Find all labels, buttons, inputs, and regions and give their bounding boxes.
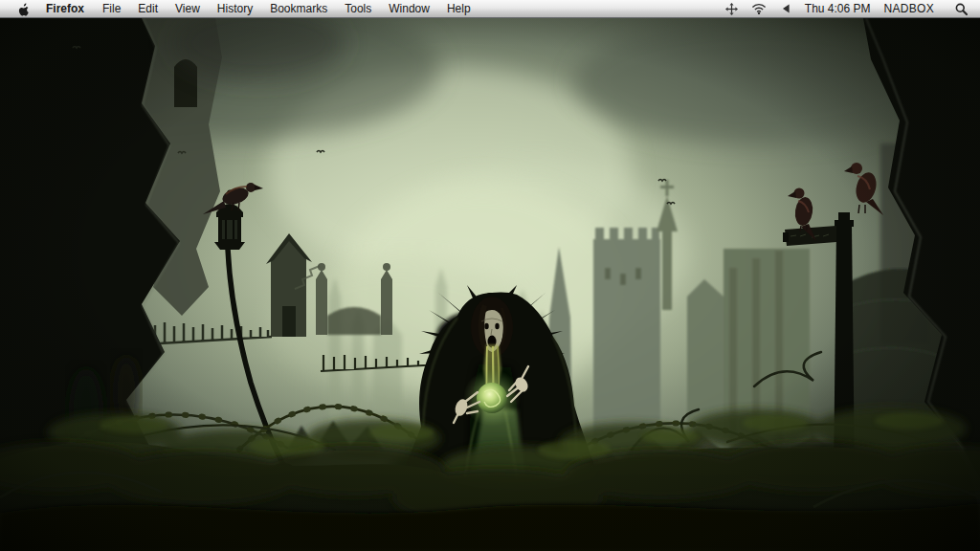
menu-history[interactable]: History: [209, 0, 261, 17]
menu-window[interactable]: Window: [380, 0, 438, 17]
menu-bar: Firefox File Edit View History Bookmarks…: [0, 0, 980, 18]
menu-view[interactable]: View: [167, 0, 209, 17]
menu-bar-clock[interactable]: Thu 4:06 PM: [797, 2, 879, 15]
menu-bar-user[interactable]: NADBOX: [879, 2, 940, 15]
spotlight-icon[interactable]: [940, 0, 971, 17]
app-menu-firefox[interactable]: Firefox: [36, 0, 94, 17]
apple-icon: [16, 2, 29, 16]
move-icon[interactable]: [719, 0, 745, 17]
apple-menu[interactable]: [9, 0, 36, 17]
vignette: [0, 18, 980, 551]
menu-bookmarks[interactable]: Bookmarks: [261, 0, 336, 17]
volume-icon[interactable]: [773, 0, 797, 17]
menu-bar-left: Firefox File Edit View History Bookmarks…: [0, 0, 479, 17]
menu-edit[interactable]: Edit: [129, 0, 167, 17]
desktop-wallpaper[interactable]: [0, 18, 980, 551]
menu-help[interactable]: Help: [438, 0, 479, 17]
menu-bar-right: Thu 4:06 PM NADBOX: [719, 0, 980, 17]
menu-file[interactable]: File: [94, 0, 129, 17]
menu-tools[interactable]: Tools: [336, 0, 380, 17]
wifi-icon[interactable]: [745, 0, 773, 17]
wallpaper-art: [0, 18, 980, 551]
desktop-screen: Firefox File Edit View History Bookmarks…: [0, 0, 980, 551]
